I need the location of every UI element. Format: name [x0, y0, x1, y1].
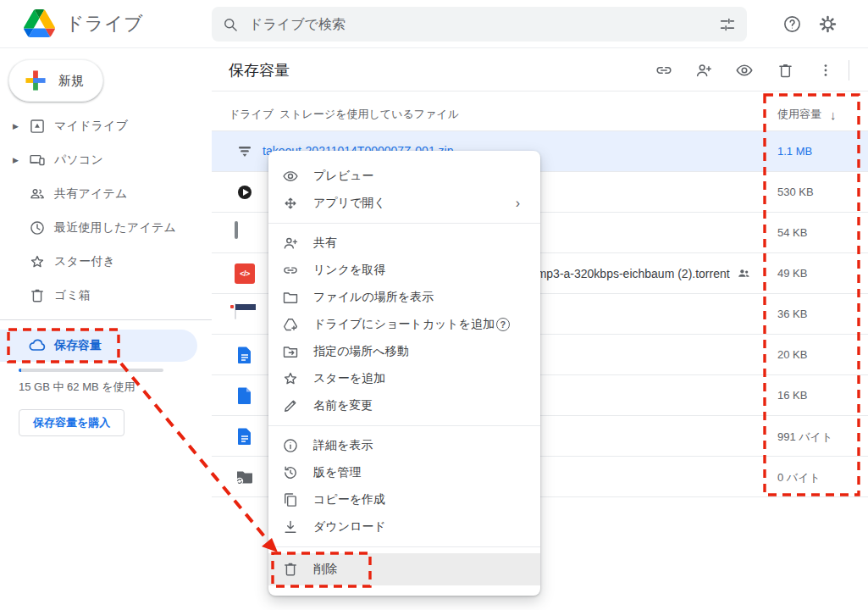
- buy-storage-button[interactable]: 保存容量を購入: [19, 409, 124, 436]
- expand-arrow-icon[interactable]: ▶: [13, 122, 19, 130]
- new-button-label: 新規: [58, 73, 84, 89]
- files-using-storage-label: ストレージを使用しているファイル: [279, 107, 459, 122]
- menu-item-preview[interactable]: プレビュー: [268, 163, 540, 190]
- storage-progress-fill: [19, 369, 21, 372]
- sidebar-item-recent[interactable]: 最近使用したアイテム: [0, 211, 212, 245]
- menu-item-add-shortcut-to-drive[interactable]: ドライブにショートカットを追加 ?: [268, 311, 540, 338]
- download-icon: [282, 518, 299, 535]
- my-drive-icon: [29, 118, 46, 135]
- sidebar-item-label: 共有アイテム: [54, 186, 128, 202]
- document-file-icon: [235, 426, 255, 446]
- sidebar-item-label: パソコン: [54, 152, 103, 168]
- file-size: 1.1 MB: [777, 145, 812, 158]
- size-column-label: 使用容量: [777, 107, 821, 122]
- menu-item-make-copy[interactable]: コピーを作成: [268, 486, 540, 513]
- clock-icon: [29, 219, 46, 236]
- sidebar-item-trash[interactable]: ゴミ箱: [0, 279, 212, 313]
- menu-divider: [268, 425, 540, 426]
- storage-usage-text: 15 GB 中 62 MB を使用: [19, 380, 135, 395]
- menu-divider: [268, 223, 540, 224]
- generic-blue-file-icon: [235, 385, 255, 406]
- file-size: 991 バイト: [777, 430, 832, 445]
- menu-item-delete[interactable]: 削除: [268, 553, 540, 585]
- top-app-bar: ドライブ: [0, 0, 868, 48]
- file-size: 530 KB: [777, 186, 814, 198]
- sort-descending-arrow-icon[interactable]: ↓: [830, 108, 837, 122]
- sidebar-item-shared-with-me[interactable]: 共有アイテム: [0, 177, 212, 211]
- menu-item-open-with[interactable]: アプリで開く ›: [268, 190, 540, 217]
- size-column-header[interactable]: 使用容量 ↓: [777, 107, 837, 122]
- list-header: ドライブ ストレージを使用しているファイル 使用容量 ↓: [212, 92, 868, 131]
- computers-icon: [29, 152, 46, 169]
- toolbar-separator: [849, 60, 849, 80]
- search-bar[interactable]: [212, 7, 747, 42]
- help-icon[interactable]: ?: [496, 318, 510, 331]
- storage-progress-bar: [19, 369, 163, 372]
- add-shortcut-icon: [282, 316, 299, 333]
- menu-item-get-link[interactable]: リンクを取得: [268, 257, 540, 284]
- move-to-folder-icon: [282, 343, 299, 360]
- zip-file-icon: [235, 141, 255, 162]
- sidebar-item-my-drive[interactable]: ▶ マイドライブ: [0, 109, 212, 143]
- star-icon: [282, 370, 299, 387]
- google-drive-logo-icon: [24, 9, 55, 37]
- sidebar-item-computers[interactable]: ▶ パソコン: [0, 143, 212, 177]
- submenu-arrow-icon: ›: [516, 196, 520, 211]
- menu-item-manage-versions[interactable]: 版を管理: [268, 459, 540, 486]
- menu-item-move-to[interactable]: 指定の場所へ移動: [268, 338, 540, 365]
- search-options-tune-icon[interactable]: [718, 15, 737, 34]
- file-size: 36 KB: [777, 308, 807, 320]
- version-history-icon: [282, 464, 299, 481]
- torrent-file-icon: </>: [235, 263, 255, 284]
- file-size: 16 KB: [777, 389, 807, 402]
- file-size: 0 バイト: [777, 470, 821, 485]
- file-size: 49 KB: [777, 267, 807, 280]
- file-name: -mp3-a-320kbps-eichbaum (2).torrent: [533, 266, 751, 280]
- more-options-icon[interactable]: [814, 58, 838, 82]
- preview-eye-icon[interactable]: [733, 58, 756, 82]
- new-button[interactable]: 新規: [8, 59, 103, 102]
- folder-icon: [282, 289, 299, 306]
- sidebar-item-label: ゴミ箱: [54, 288, 91, 303]
- menu-item-share[interactable]: 共有: [268, 230, 540, 257]
- menu-item-view-details[interactable]: 詳細を表示: [268, 432, 540, 459]
- sidebar-item-starred[interactable]: スター付き: [0, 245, 212, 279]
- share-person-add-icon[interactable]: [692, 58, 716, 82]
- page-title: 保存容量: [229, 60, 290, 80]
- sidebar-item-label: マイドライブ: [54, 119, 128, 134]
- drive-logo-block[interactable]: ドライブ: [24, 9, 143, 37]
- person-add-icon: [282, 235, 299, 252]
- image-file-icon: [235, 221, 238, 239]
- delete-trash-icon[interactable]: [773, 58, 797, 82]
- file-size: 20 KB: [777, 348, 807, 361]
- trash-icon: [29, 287, 46, 304]
- star-icon: [29, 253, 46, 270]
- sidebar-item-label: スター付き: [54, 254, 115, 269]
- synced-folder-icon: [235, 467, 255, 487]
- app-title: ドライブ: [65, 11, 143, 36]
- webpage-image-file-icon: [235, 303, 236, 319]
- search-input[interactable]: [249, 17, 718, 32]
- menu-item-download[interactable]: ダウンロード: [268, 513, 540, 541]
- copy-icon: [282, 491, 299, 508]
- menu-item-add-star[interactable]: スターを追加: [268, 365, 540, 392]
- storage-item-label: 保存容量: [54, 338, 102, 353]
- menu-divider: [268, 546, 540, 547]
- rename-pencil-icon: [282, 397, 299, 414]
- multicolor-plus-icon: [25, 69, 47, 92]
- shared-people-icon: [737, 266, 751, 280]
- cloud-storage-icon: [28, 336, 47, 355]
- menu-item-show-file-location[interactable]: ファイルの場所を表示: [268, 284, 540, 311]
- expand-arrow-icon[interactable]: ▶: [13, 156, 19, 164]
- info-icon: [282, 437, 299, 454]
- link-icon: [282, 262, 299, 279]
- sidebar-item-label: 最近使用したアイテム: [54, 220, 176, 236]
- context-menu: プレビュー アプリで開く › 共有 リンクを取得 ファイルの場所を表示 ドライブ…: [268, 151, 540, 596]
- help-icon[interactable]: [779, 11, 804, 36]
- location-label[interactable]: ドライブ: [229, 107, 274, 122]
- settings-gear-icon[interactable]: [815, 11, 840, 36]
- sidebar-item-storage-selected[interactable]: 保存容量: [0, 330, 197, 362]
- open-with-icon: [282, 195, 299, 212]
- get-link-icon[interactable]: [652, 58, 676, 82]
- menu-item-rename[interactable]: 名前を変更: [268, 392, 540, 419]
